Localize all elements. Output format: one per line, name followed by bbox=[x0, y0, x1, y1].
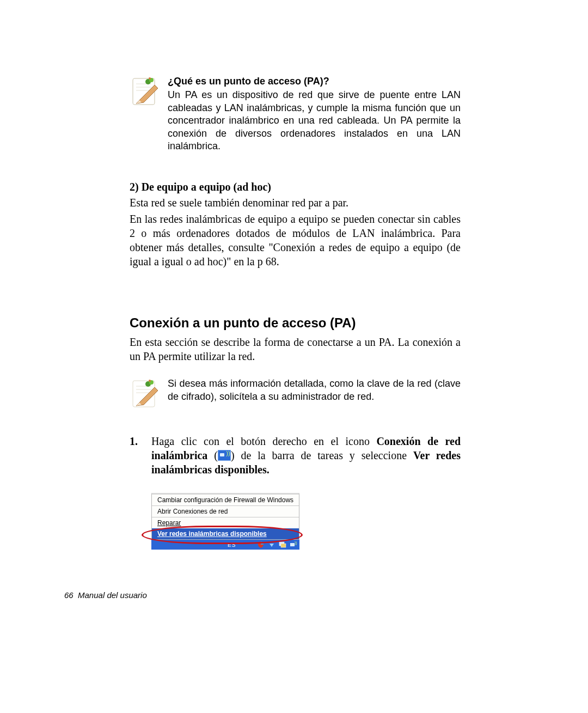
step-1: 1. Haga clic con el botón derecho en el … bbox=[130, 434, 461, 477]
menu-item-label: Ver redes inalámbricas disponibles bbox=[157, 530, 267, 538]
page-number: 66 bbox=[64, 590, 74, 600]
section-heading: Conexión a un punto de acceso (PA) bbox=[130, 315, 461, 331]
context-menu-screenshot: Cambiar configuración de Firewall de Win… bbox=[151, 493, 299, 550]
menu-item-repair[interactable]: Reparar bbox=[152, 517, 299, 528]
step-text: ) de la barra de tareas y seleccione bbox=[231, 449, 413, 461]
taskbar: ES )) bbox=[151, 540, 299, 550]
note-pencil-icon bbox=[130, 377, 162, 410]
page-footer: 66 Manual del usuario bbox=[64, 590, 147, 600]
note-access-point: ¿Qué es un punto de acceso (PA)? Un PA e… bbox=[130, 75, 461, 153]
step-number: 1. bbox=[130, 434, 151, 477]
step-text: Haga clic con el botón derecho en el ico… bbox=[151, 435, 376, 447]
note-body: ¿Qué es un punto de acceso (PA)? Un PA e… bbox=[162, 75, 461, 153]
paragraph: En las redes inalámbricas de equipo a eq… bbox=[130, 212, 461, 269]
taskbar-wireless-icon: )) bbox=[290, 541, 297, 549]
step-text: ( bbox=[207, 449, 218, 461]
note-admin-info: Si desea más información detallada, como… bbox=[130, 377, 461, 410]
taskbar-shield-icon bbox=[257, 541, 265, 549]
note-body: Si desea más información detallada, como… bbox=[162, 377, 461, 403]
menu-item-open-connections[interactable]: Abrir Conexiones de red bbox=[152, 506, 299, 517]
taskbar-monitor-icon bbox=[279, 541, 286, 549]
menu-item-firewall[interactable]: Cambiar configuración de Firewall de Win… bbox=[152, 495, 299, 505]
note-title: ¿Qué es un punto de acceso (PA)? bbox=[168, 75, 461, 88]
note-text: Un PA es un dispositivo de red que sirve… bbox=[168, 89, 461, 153]
section-intro: En esta sección se describe la forma de … bbox=[130, 335, 461, 363]
menu-item-label: Reparar bbox=[157, 519, 181, 527]
taskbar-language: ES bbox=[228, 542, 236, 548]
svg-rect-22 bbox=[290, 543, 295, 546]
svg-rect-21 bbox=[281, 544, 286, 547]
note-text: Si desea más información detallada, como… bbox=[168, 377, 461, 403]
svg-point-9 bbox=[149, 77, 151, 80]
menu-item-view-wireless[interactable]: Ver redes inalámbricas disponibles bbox=[152, 528, 299, 539]
content-area: ¿Qué es un punto de acceso (PA)? Un PA e… bbox=[130, 75, 461, 550]
footer-label: Manual del usuario bbox=[78, 590, 147, 600]
document-page: ¿Qué es un punto de acceso (PA)? Un PA e… bbox=[0, 0, 588, 713]
paragraph: Esta red se suele también denominar red … bbox=[130, 196, 461, 210]
context-menu: Cambiar configuración de Firewall de Win… bbox=[151, 493, 299, 540]
svg-text:)): )) bbox=[295, 541, 297, 545]
note-pencil-icon bbox=[130, 75, 162, 108]
subheading-adhoc: 2) De equipo a equipo (ad hoc) bbox=[130, 181, 461, 193]
wireless-tray-icon bbox=[218, 450, 231, 461]
svg-point-18 bbox=[149, 380, 151, 382]
taskbar-down-icon bbox=[268, 541, 275, 549]
svg-marker-19 bbox=[270, 544, 274, 547]
step-body: Haga clic con el botón derecho en el ico… bbox=[151, 434, 461, 477]
